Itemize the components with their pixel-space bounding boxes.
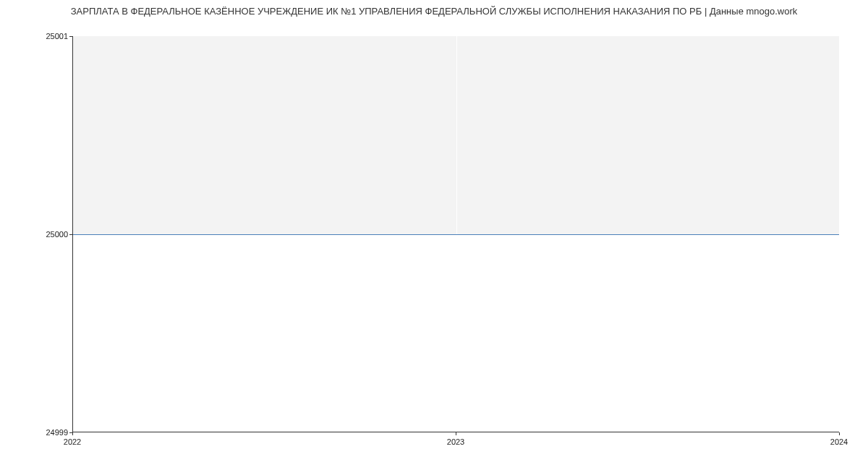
xtick-mark-2023 — [456, 432, 456, 435]
ytick-label-24999: 24999 — [10, 428, 68, 437]
xtick-label-2024: 2024 — [830, 437, 848, 446]
chart-title: ЗАРПЛАТА В ФЕДЕРАЛЬНОЕ КАЗЁННОЕ УЧРЕЖДЕН… — [0, 6, 868, 17]
ytick-mark-25001 — [69, 36, 72, 37]
ytick-label-25001: 25001 — [10, 32, 68, 40]
plot-area — [72, 36, 839, 432]
chart-container: ЗАРПЛАТА В ФЕДЕРАЛЬНОЕ КАЗЁННОЕ УЧРЕЖДЕН… — [0, 0, 868, 470]
gridline-x-2024 — [839, 36, 840, 432]
xtick-label-2022: 2022 — [64, 437, 81, 446]
ytick-label-25000: 25000 — [10, 230, 68, 239]
xtick-label-2023: 2023 — [447, 437, 464, 446]
xtick-mark-2022 — [72, 432, 73, 435]
ytick-mark-25000 — [69, 234, 72, 235]
xtick-mark-2024 — [839, 432, 840, 435]
series-line-salary — [73, 234, 839, 235]
